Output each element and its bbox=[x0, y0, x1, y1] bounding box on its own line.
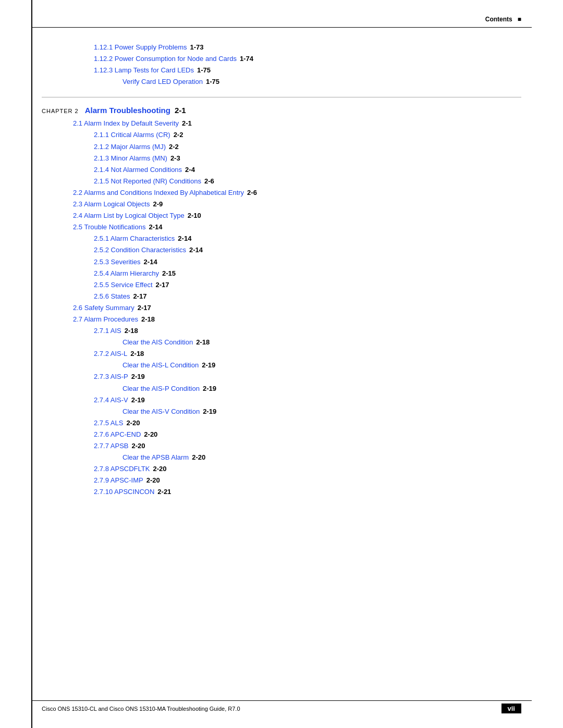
toc-page: 1-74 bbox=[240, 53, 253, 65]
toc-label[interactable]: 2.5.5 Service Effect bbox=[94, 279, 153, 291]
toc-page: 2-4 bbox=[185, 164, 195, 176]
toc-label[interactable]: 2.1.3 Minor Alarms (MN) bbox=[94, 153, 167, 164]
toc-label[interactable]: 2.2 Alarms and Conditions Indexed By Alp… bbox=[73, 187, 244, 199]
toc-entry-entry-clear-aisv: Clear the AIS-V Condition2-19 bbox=[123, 406, 521, 417]
toc-page: 2-20 bbox=[146, 475, 160, 486]
toc-label[interactable]: Verify Card LED Operation bbox=[123, 76, 203, 88]
toc-label[interactable]: 2.5.3 Severities bbox=[94, 256, 141, 268]
top-border bbox=[31, 27, 532, 28]
toc-label[interactable]: 2.3 Alarm Logical Objects bbox=[73, 199, 150, 210]
toc-page: 2-19 bbox=[202, 360, 215, 371]
toc-page: 2-18 bbox=[141, 314, 155, 325]
toc-label[interactable]: 2.5.6 States bbox=[94, 291, 130, 302]
toc-label[interactable]: 2.7.1 AIS bbox=[94, 325, 121, 337]
toc-label[interactable]: 2.1.1 Critical Alarms (CR) bbox=[94, 129, 170, 141]
chapter-label: CHAPTER 2 bbox=[42, 108, 79, 114]
toc-page: 1-75 bbox=[197, 65, 211, 76]
page-container: Contents ■ 1.12.1 Power Supply Problems1… bbox=[0, 0, 563, 728]
toc-label[interactable]: 2.7.2 AIS-L bbox=[94, 348, 127, 360]
toc-page: 1-75 bbox=[206, 76, 219, 88]
toc-page: 1-73 bbox=[190, 42, 203, 53]
toc-label[interactable]: 2.5.2 Condition Characteristics bbox=[94, 244, 186, 256]
toc-entry-entry-212: 2.1.2 Major Alarms (MJ)2-2 bbox=[94, 141, 521, 153]
toc-entry-entry-23: 2.3 Alarm Logical Objects2-9 bbox=[73, 199, 521, 210]
toc-entry-entry-277: 2.7.7 APSB2-20 bbox=[94, 440, 521, 452]
toc-entry-entry-272: 2.7.2 AIS-L2-18 bbox=[94, 348, 521, 360]
toc-entry-entry-215: 2.1.5 Not Reported (NR) Conditions2-6 bbox=[94, 176, 521, 187]
footer-text: Cisco ONS 15310-CL and Cisco ONS 15310-M… bbox=[42, 706, 240, 712]
toc-label[interactable]: 2.1 Alarm Index by Default Severity bbox=[73, 118, 179, 129]
toc-label[interactable]: 2.1.5 Not Reported (NR) Conditions bbox=[94, 176, 201, 187]
toc-page: 2-20 bbox=[126, 417, 140, 429]
toc-label[interactable]: 2.5.1 Alarm Characteristics bbox=[94, 233, 175, 244]
toc-page: 2-14 bbox=[149, 221, 162, 233]
toc-page: 2-15 bbox=[162, 268, 176, 279]
toc-entry-entry-279: 2.7.9 APSC-IMP2-20 bbox=[94, 475, 521, 486]
toc-label[interactable]: 2.7.6 APC-END bbox=[94, 429, 141, 440]
toc-label[interactable]: 2.7.7 APSB bbox=[94, 440, 129, 452]
toc-entry-entry-252: 2.5.2 Condition Characteristics2-14 bbox=[94, 244, 521, 256]
chapter-page: 2-1 bbox=[175, 106, 186, 115]
toc-entry-entry-clear-ais: Clear the AIS Condition2-18 bbox=[123, 337, 521, 348]
toc-entry-entry-213: 2.1.3 Minor Alarms (MN)2-3 bbox=[94, 153, 521, 164]
toc-page: 2-1 bbox=[182, 118, 192, 129]
toc-label[interactable]: 2.7.9 APSC-IMP bbox=[94, 475, 143, 486]
toc-entry-entry-211: 2.1.1 Critical Alarms (CR)2-2 bbox=[94, 129, 521, 141]
page-header: Contents ■ bbox=[485, 16, 521, 23]
toc-label[interactable]: 2.7.4 AIS-V bbox=[94, 394, 128, 406]
toc-page: 2-6 bbox=[204, 176, 214, 187]
toc-page: 2-19 bbox=[131, 371, 145, 382]
toc-label[interactable]: 2.7.5 ALS bbox=[94, 417, 123, 429]
toc-entry-entry-255: 2.5.5 Service Effect2-17 bbox=[94, 279, 521, 291]
toc-label[interactable]: 2.6 Safety Summary bbox=[73, 302, 134, 314]
toc-entry-entry-254: 2.5.4 Alarm Hierarchy2-15 bbox=[94, 268, 521, 279]
toc-content: 1.12.1 Power Supply Problems1-731.12.2 P… bbox=[42, 42, 521, 498]
contents-label: Contents bbox=[485, 16, 512, 23]
toc-entry-entry-271: 2.7.1 AIS2-18 bbox=[94, 325, 521, 337]
toc-entry-entry-clear-aisl: Clear the AIS-L Condition2-19 bbox=[123, 360, 521, 371]
toc-entry-entry-2710: 2.7.10 APSCINCON2-21 bbox=[94, 486, 521, 498]
left-bar bbox=[31, 0, 32, 728]
toc-label[interactable]: 2.5.4 Alarm Hierarchy bbox=[94, 268, 159, 279]
toc-label[interactable]: 1.12.2 Power Consumption for Node and Ca… bbox=[94, 53, 237, 65]
toc-page: 2-20 bbox=[192, 452, 205, 463]
toc-label[interactable]: Clear the AIS Condition bbox=[123, 337, 193, 348]
toc-label[interactable]: 2.5 Trouble Notifications bbox=[73, 221, 145, 233]
toc-page: 2-19 bbox=[131, 394, 145, 406]
toc-page: 2-20 bbox=[144, 429, 157, 440]
chapter-title[interactable]: Alarm Troubleshooting bbox=[85, 106, 170, 115]
toc-page: 2-3 bbox=[170, 153, 180, 164]
toc-page: 2-9 bbox=[153, 199, 163, 210]
toc-label[interactable]: 2.7.10 APSCINCON bbox=[94, 486, 154, 498]
toc-page: 2-2 bbox=[169, 141, 179, 153]
toc-entry-entry-253: 2.5.3 Severities2-14 bbox=[94, 256, 521, 268]
toc-page: 2-17 bbox=[133, 291, 146, 302]
toc-label[interactable]: 1.12.3 Lamp Tests for Card LEDs bbox=[94, 65, 194, 76]
toc-page: 2-14 bbox=[178, 233, 191, 244]
toc-label[interactable]: 2.7 Alarm Procedures bbox=[73, 314, 138, 325]
toc-label[interactable]: Clear the APSB Alarm bbox=[123, 452, 189, 463]
toc-label[interactable]: Clear the AIS-P Condition bbox=[123, 383, 200, 394]
toc-label[interactable]: Clear the AIS-L Condition bbox=[123, 360, 199, 371]
toc-page: 2-18 bbox=[125, 325, 138, 337]
chapter-separator bbox=[42, 97, 521, 97]
toc-page: 2-17 bbox=[138, 302, 151, 314]
toc-label[interactable]: 2.1.4 Not Alarmed Conditions bbox=[94, 164, 182, 176]
page-footer: Cisco ONS 15310-CL and Cisco ONS 15310-M… bbox=[0, 704, 563, 713]
toc-entry-entry-214: 2.1.4 Not Alarmed Conditions2-4 bbox=[94, 164, 521, 176]
toc-label[interactable]: Clear the AIS-V Condition bbox=[123, 406, 200, 417]
toc-entry-entry-276: 2.7.6 APC-END2-20 bbox=[94, 429, 521, 440]
toc-entry-entry-275: 2.7.5 ALS2-20 bbox=[94, 417, 521, 429]
toc-label[interactable]: 2.7.3 AIS-P bbox=[94, 371, 128, 382]
toc-entry-entry-25: 2.5 Trouble Notifications2-14 bbox=[73, 221, 521, 233]
toc-entry-entry-273: 2.7.3 AIS-P2-19 bbox=[94, 371, 521, 382]
toc-label[interactable]: 2.4 Alarm List by Logical Object Type bbox=[73, 210, 185, 221]
toc-entry-entry-1122: 1.12.2 Power Consumption for Node and Ca… bbox=[94, 53, 521, 65]
toc-label[interactable]: 2.1.2 Major Alarms (MJ) bbox=[94, 141, 166, 153]
toc-label[interactable]: 1.12.1 Power Supply Problems bbox=[94, 42, 187, 53]
toc-entry-entry-24: 2.4 Alarm List by Logical Object Type2-1… bbox=[73, 210, 521, 221]
toc-label[interactable]: 2.7.8 APSCDFLTK bbox=[94, 463, 150, 475]
toc-entry-entry-251: 2.5.1 Alarm Characteristics2-14 bbox=[94, 233, 521, 244]
toc-entry-entry-21: 2.1 Alarm Index by Default Severity2-1 bbox=[73, 118, 521, 129]
toc-entry-entry-verify: Verify Card LED Operation1-75 bbox=[123, 76, 521, 88]
